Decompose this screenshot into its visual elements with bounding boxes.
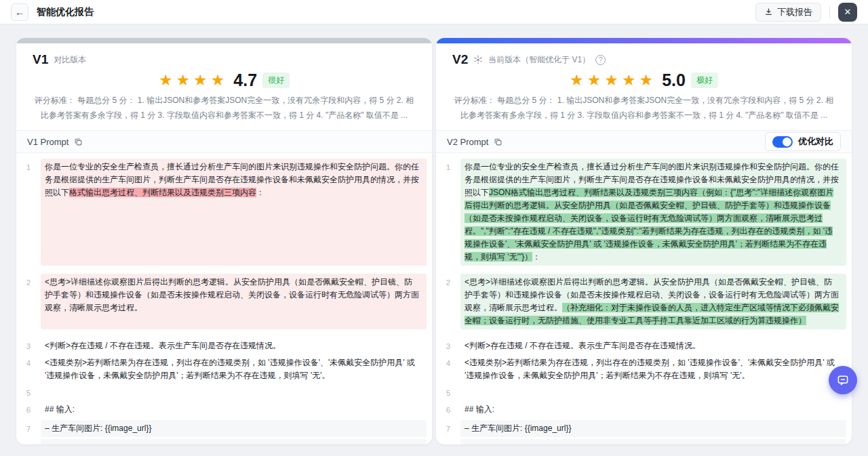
top-header: ← 智能优化报告 下载报告 ✕	[0, 0, 868, 24]
line-text: 你是一位专业的安全生产检查员，擅长通过分析生产车间的图片来识别违规操作和安全防护…	[41, 159, 427, 266]
v1-version-label: V1	[33, 52, 48, 67]
line-number: 7	[16, 420, 41, 437]
v1-prompt-header: V1 Prompt	[16, 130, 432, 153]
line-number: 4	[436, 354, 460, 384]
line-text	[41, 384, 427, 401]
v2-copy-button[interactable]	[494, 138, 502, 146]
line-number: 4	[16, 354, 41, 384]
v2-version-tag: 当前版本（智能优化于 V1）	[488, 54, 590, 66]
toggle-switch-on[interactable]	[772, 136, 793, 148]
line-text: ## 输入:	[41, 401, 427, 418]
line-number: 6	[436, 401, 460, 418]
prompt-line: 2<思考>详细描述你观察图片后得出判断的思考逻辑。从安全防护用具（如是否佩戴安全…	[436, 274, 852, 329]
v1-rating-row: ★★★★ 4.7 很好	[33, 70, 416, 90]
toggle-label: 优化对比	[798, 136, 833, 148]
v2-top-bar	[436, 38, 852, 43]
prompt-line: 7– 生产车间图片: {{image_url}}	[436, 420, 852, 437]
optimize-compare-toggle[interactable]: 优化对比	[765, 132, 841, 151]
line-text: <判断>存在违规 / 不存在违规。表示生产车间是否存在违规情况。	[460, 337, 846, 354]
v2-rating-row: ★★★★★ 5.0 极好	[452, 70, 835, 90]
prompt-line: 1你是一位专业的安全生产检查员，擅长通过分析生产车间的图片来识别违规操作和安全防…	[16, 159, 432, 266]
line-text: ## 输入:	[460, 401, 846, 418]
copy-icon	[494, 138, 502, 146]
prompt-line: 5	[436, 384, 852, 401]
line-number: 2	[436, 274, 460, 329]
line-text: – 生产车间图片: {{image_url}}	[41, 420, 427, 437]
comparison-area: V1 对比版本 ★★★★ 4.7 很好 评分标准： 每题总分 5 分： 1. 输…	[0, 24, 868, 444]
v1-top-bar	[16, 38, 432, 43]
line-number: 2	[16, 274, 41, 329]
download-report-button[interactable]: 下载报告	[755, 3, 821, 22]
line-text: <判断>存在违规 / 不存在违规。表示生产车间是否存在违规情况。	[41, 337, 427, 354]
help-icon[interactable]: ?	[595, 55, 606, 65]
download-report-label: 下载报告	[777, 6, 812, 18]
prompt-line: 6## 输入:	[436, 401, 852, 418]
back-arrow-icon: ←	[15, 7, 24, 18]
line-number: 6	[16, 401, 41, 418]
line-text	[41, 439, 427, 444]
v1-criteria-text: 评分标准： 每题总分 5 分： 1. 输出JSON和参考答案JSON完全一致，没…	[33, 94, 416, 123]
chat-bubble-icon	[836, 373, 850, 387]
line-number: 1	[436, 159, 460, 266]
v2-prompt-label: V2 Prompt	[447, 137, 488, 147]
line-number: 8	[436, 439, 460, 444]
v2-rating-badge: 极好	[691, 72, 718, 88]
line-text: <违规类别>若判断结果为存在违规，列出存在的违规类别，如 '违规操作设备'、'未…	[41, 354, 427, 384]
prompt-line: 1你是一位专业的安全生产检查员，擅长通过分析生产车间的图片来识别违规操作和安全防…	[436, 159, 852, 266]
prompt-line: 3<判断>存在违规 / 不存在违规。表示生产车间是否存在违规情况。	[16, 337, 432, 354]
line-text	[460, 439, 846, 444]
copy-icon	[74, 138, 83, 146]
v2-panel: V2 当前版本（智能优化于 V1） ? ★★★★★ 5.0 极好 评分标准： 每…	[436, 38, 852, 444]
line-number: 7	[436, 420, 460, 437]
v1-prompt-label: V1 Prompt	[27, 137, 68, 147]
line-number: 3	[436, 337, 460, 354]
line-text: – 生产车间图片: {{image_url}}	[460, 420, 846, 437]
prompt-line: 8	[16, 439, 432, 444]
line-text: 你是一位专业的安全生产检查员，擅长通过分析生产车间的图片来识别违规操作和安全防护…	[460, 159, 846, 266]
header-actions: 下载报告 ✕	[755, 3, 857, 22]
chat-assistant-button[interactable]	[829, 366, 857, 394]
prompt-line: 8	[436, 439, 852, 444]
v2-prompt-content: 1你是一位专业的安全生产检查员，擅长通过分析生产车间的图片来识别违规操作和安全防…	[436, 153, 852, 444]
v2-stars: ★★★★★	[570, 72, 656, 88]
prompt-line: 7– 生产车间图片: {{image_url}}	[16, 420, 432, 437]
back-button[interactable]: ←	[11, 3, 28, 21]
prompt-line: 3<判断>存在违规 / 不存在违规。表示生产车间是否存在违规情况。	[436, 337, 852, 354]
line-text: <违规类别>若判断结果为存在违规，列出存在的违规类别，如 '违规操作设备'、'未…	[460, 354, 846, 384]
prompt-line: 6## 输入:	[16, 401, 432, 418]
v2-criteria-text: 评分标准： 每题总分 5 分： 1. 输出JSON和参考答案JSON完全一致，没…	[452, 94, 835, 123]
prompt-line: 5	[16, 384, 432, 401]
sparkle-icon	[473, 55, 483, 64]
line-number: 5	[16, 384, 41, 401]
line-text: <思考>详细描述你观察图片后得出判断的思考逻辑。从安全防护用具（如是否佩戴安全帽…	[41, 274, 427, 329]
v1-prompt-content: 1你是一位专业的安全生产检查员，擅长通过分析生产车间的图片来识别违规操作和安全防…	[16, 153, 432, 444]
download-icon	[764, 7, 773, 16]
prompt-line: 4<违规类别>若判断结果为存在违规，列出存在的违规类别，如 '违规操作设备'、'…	[436, 354, 852, 384]
v1-copy-button[interactable]	[74, 138, 83, 146]
header-divider	[829, 6, 830, 18]
line-number: 8	[16, 439, 41, 444]
v1-panel: V1 对比版本 ★★★★ 4.7 很好 评分标准： 每题总分 5 分： 1. 输…	[16, 38, 432, 444]
v2-score: 5.0	[662, 70, 686, 90]
prompt-line: 4<违规类别>若判断结果为存在违规，列出存在的违规类别，如 '违规操作设备'、'…	[16, 354, 432, 384]
prompt-line: 2<思考>详细描述你观察图片后得出判断的思考逻辑。从安全防护用具（如是否佩戴安全…	[16, 274, 432, 329]
line-number: 5	[436, 384, 460, 401]
v2-prompt-header: V2 Prompt 优化对比	[436, 130, 852, 153]
v1-card-head: V1 对比版本 ★★★★ 4.7 很好 评分标准： 每题总分 5 分： 1. 输…	[16, 43, 432, 123]
page-title: 智能优化报告	[37, 6, 94, 18]
v1-version-tag: 对比版本	[54, 54, 86, 66]
v2-version-label: V2	[452, 52, 468, 67]
v2-card-head: V2 当前版本（智能优化于 V1） ? ★★★★★ 5.0 极好 评分标准： 每…	[436, 43, 852, 123]
v1-score: 4.7	[233, 70, 257, 90]
line-text	[460, 384, 846, 401]
v1-stars: ★★★★	[159, 72, 228, 88]
line-number: 3	[16, 337, 41, 354]
close-button[interactable]: ✕	[838, 3, 857, 22]
line-text: <思考>详细描述你观察图片后得出判断的思考逻辑。从安全防护用具（如是否佩戴安全帽…	[460, 274, 846, 329]
line-number: 1	[16, 159, 41, 266]
close-icon: ✕	[844, 7, 852, 17]
v1-rating-badge: 很好	[262, 72, 290, 88]
